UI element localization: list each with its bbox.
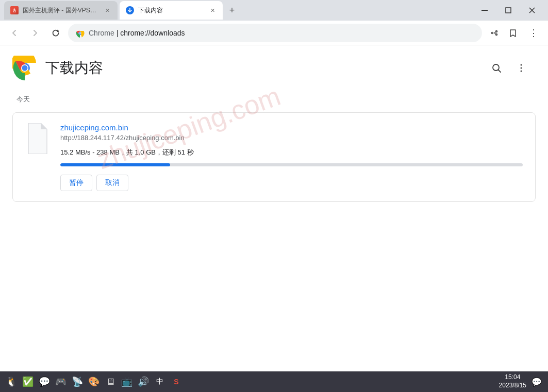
window-controls	[473, 0, 544, 21]
search-button[interactable]	[486, 58, 507, 78]
chrome-logo-large	[12, 56, 37, 80]
tab-active[interactable]: 下载内容 ✕	[120, 1, 223, 20]
tab-close-inactive[interactable]: ✕	[103, 6, 111, 14]
download-status: 15.2 MB/s - 238 MB，共 1.0 GB，还剩 51 秒	[60, 148, 523, 157]
taskbar-volume-icon[interactable]: 🔊	[136, 374, 151, 389]
new-tab-button[interactable]: +	[225, 3, 239, 18]
clock-time: 15:04	[505, 373, 520, 382]
svg-rect-1	[481, 10, 488, 11]
address-bar: Chrome | chrome://downloads ⋮	[0, 21, 548, 45]
taskbar-sogou-icon[interactable]: S	[169, 374, 184, 389]
taskbar-icons: 🐧 ✅ 💬 🎮 📡 🎨 🖥 📺 🔊 中 S	[4, 374, 494, 389]
menu-button[interactable]: ⋮	[525, 25, 542, 41]
cancel-button[interactable]: 取消	[96, 175, 128, 191]
url-separator: | chrome://	[117, 29, 151, 37]
bookmark-button[interactable]	[505, 25, 521, 41]
share-button[interactable]	[486, 25, 503, 41]
clock-date: 2023/8/15	[499, 382, 526, 390]
file-icon	[25, 123, 50, 154]
svg-point-17	[521, 67, 522, 69]
minimize-button[interactable]	[473, 0, 496, 21]
tab-inactive[interactable]: à 国外主机测评 - 国外VPS，国... ✕	[4, 1, 118, 20]
svg-point-10	[492, 32, 493, 33]
page-content: zhujiceping.com 下载内容 今天	[0, 45, 548, 371]
progress-bar-container	[60, 163, 523, 166]
back-button[interactable]	[6, 25, 23, 41]
tab-close-active[interactable]: ✕	[208, 6, 217, 14]
title-bar: à 国外主机测评 - 国外VPS，国... ✕ 下载内容 ✕ +	[0, 0, 548, 21]
taskbar: 🐧 ✅ 💬 🎮 📡 🎨 🖥 📺 🔊 中 S 15:04 2023/8/15 💬	[0, 371, 548, 392]
taskbar-check-icon[interactable]: ✅	[21, 374, 35, 389]
download-card: zhujiceping.com.bin http://188.244.117.4…	[12, 112, 536, 202]
notification-button[interactable]: 💬	[529, 374, 544, 389]
svg-point-16	[521, 64, 522, 66]
reload-button[interactable]	[47, 25, 64, 41]
taskbar-ime-icon[interactable]: 中	[153, 374, 167, 389]
url-path: downloads	[151, 29, 185, 37]
restore-button[interactable]	[496, 0, 520, 21]
download-info: zhujiceping.com.bin http://188.244.117.4…	[60, 123, 523, 191]
page-title: 下载内容	[45, 58, 478, 78]
taskbar-clock: 15:04 2023/8/15	[499, 373, 526, 389]
tab-title-inactive: 国外主机测评 - 国外VPS，国...	[23, 6, 99, 15]
taskbar-color-icon[interactable]: 🎨	[87, 374, 101, 389]
section-today: 今天	[0, 91, 548, 112]
progress-bar-fill	[60, 163, 170, 166]
url-bar[interactable]: Chrome | chrome://downloads	[68, 24, 482, 42]
svg-line-15	[499, 70, 501, 73]
svg-rect-2	[506, 8, 511, 13]
url-text: Chrome | chrome://downloads	[89, 29, 475, 37]
svg-point-7	[79, 32, 81, 34]
svg-point-18	[521, 71, 522, 72]
file-url: http://188.244.117.42/zhujiceping.com.bi…	[60, 134, 523, 142]
more-options-button[interactable]	[511, 58, 532, 78]
header-actions	[486, 58, 532, 78]
taskbar-qq-icon[interactable]: 🐧	[4, 374, 19, 389]
tab-title-active: 下载内容	[138, 6, 204, 15]
file-name[interactable]: zhujiceping.com.bin	[60, 123, 523, 132]
svg-point-13	[22, 65, 28, 71]
tab-favicon-inactive: à	[10, 6, 19, 14]
url-site: Chrome	[89, 29, 114, 37]
taskbar-bluetooth-icon[interactable]: 📡	[70, 374, 85, 389]
taskbar-display-icon[interactable]: 🖥	[103, 374, 118, 389]
pause-button[interactable]: 暂停	[60, 175, 92, 191]
close-button[interactable]	[520, 0, 544, 21]
chrome-icon	[75, 28, 85, 38]
taskbar-wechat-icon[interactable]: 💬	[37, 374, 52, 389]
tab-favicon-download	[126, 6, 134, 14]
address-bar-icons	[486, 25, 521, 41]
taskbar-nvidia-icon[interactable]: 🎮	[54, 374, 68, 389]
taskbar-screen-icon[interactable]: 📺	[120, 374, 134, 389]
download-actions: 暂停 取消	[60, 175, 523, 191]
forward-button[interactable]	[27, 25, 43, 41]
downloads-header: 下载内容	[0, 45, 548, 91]
